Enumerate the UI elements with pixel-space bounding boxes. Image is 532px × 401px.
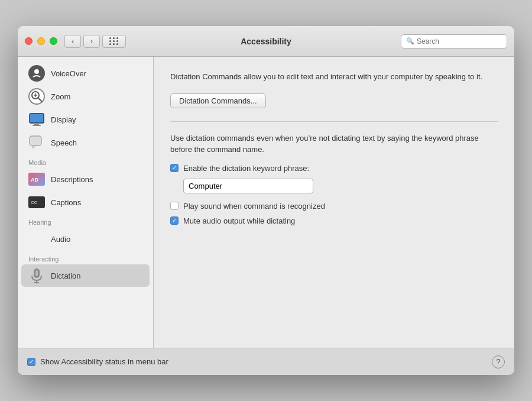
- svg-text:CC: CC: [31, 200, 38, 205]
- content-area: VoiceOver Zoom: [18, 57, 514, 348]
- keyword-input[interactable]: [183, 179, 313, 193]
- mute-audio-label: Mute audio output while dictating: [183, 216, 295, 225]
- help-button[interactable]: ?: [492, 355, 505, 368]
- svg-point-0: [34, 69, 39, 74]
- traffic-lights: [25, 37, 57, 45]
- back-button[interactable]: ‹: [64, 35, 81, 48]
- sidebar-label-captions: Captions: [51, 198, 81, 207]
- sidebar-item-speech[interactable]: Speech: [21, 131, 150, 154]
- show-status-checkbox[interactable]: ✓: [27, 358, 35, 366]
- main-window: ‹ › Accessibility 🔍: [18, 26, 514, 375]
- sidebar-label-descriptions: Descriptions: [51, 175, 93, 184]
- sidebar-item-display[interactable]: Display: [21, 108, 150, 131]
- svg-rect-8: [30, 136, 41, 145]
- sidebar-item-dictation[interactable]: Dictation: [21, 264, 150, 287]
- svg-text:AD: AD: [31, 177, 38, 183]
- mute-audio-checkbox[interactable]: ✓: [170, 216, 179, 225]
- checkmark-mute-icon: ✓: [172, 218, 177, 224]
- minimize-button[interactable]: [37, 37, 45, 45]
- sidebar-label-voiceover: VoiceOver: [51, 69, 86, 78]
- dictation-icon: [28, 267, 45, 284]
- mute-audio-row: ✓ Mute audio output while dictating: [170, 216, 498, 225]
- bottom-bar: ✓ Show Accessibility status in menu bar …: [18, 348, 514, 375]
- keyword-description: Use dictation commands even when you’re …: [170, 132, 498, 156]
- sidebar-label-zoom: Zoom: [51, 92, 70, 101]
- sidebar-section-interacting: Interacting: [18, 251, 153, 264]
- enable-keyword-label: Enable the dictation keyword phrase:: [183, 164, 309, 173]
- svg-rect-18: [35, 270, 38, 276]
- sidebar-label-speech: Speech: [51, 138, 77, 147]
- enable-keyword-row: ✓ Enable the dictation keyword phrase:: [170, 164, 498, 173]
- maximize-button[interactable]: [50, 37, 57, 45]
- sidebar-item-captions[interactable]: CC Captions: [21, 191, 150, 214]
- checkmark-status-icon: ✓: [29, 359, 34, 365]
- play-sound-row: Play sound when command is recognized: [170, 202, 498, 211]
- enable-keyword-checkbox[interactable]: ✓: [170, 164, 179, 172]
- sidebar: VoiceOver Zoom: [18, 57, 154, 348]
- sidebar-item-audio[interactable]: Audio: [21, 228, 150, 250]
- display-icon: [28, 111, 45, 128]
- forward-button[interactable]: ›: [83, 35, 100, 48]
- search-box[interactable]: 🔍: [401, 34, 507, 48]
- zoom-icon: [28, 88, 45, 105]
- sidebar-label-display: Display: [51, 115, 76, 124]
- svg-rect-7: [33, 125, 41, 126]
- svg-rect-5: [30, 114, 44, 123]
- window-title: Accessibility: [241, 37, 291, 46]
- play-sound-checkbox[interactable]: [170, 202, 179, 210]
- sidebar-label-audio: Audio: [51, 235, 70, 244]
- sidebar-section-media: Media: [18, 154, 153, 167]
- speech-icon: [28, 134, 45, 151]
- titlebar: ‹ › Accessibility 🔍: [18, 26, 514, 57]
- dictation-description: Dictation Commands allow you to edit tex…: [170, 71, 498, 83]
- show-status-label: Show Accessibility status in menu bar: [40, 357, 168, 366]
- checkmark-icon: ✓: [172, 165, 177, 171]
- captions-icon: CC: [28, 194, 45, 211]
- sidebar-section-hearing: Hearing: [18, 214, 153, 227]
- grid-dots-icon: [109, 37, 119, 45]
- show-status-row: ✓ Show Accessibility status in menu bar: [27, 357, 168, 366]
- descriptions-icon: AD: [28, 171, 45, 187]
- nav-buttons: ‹ ›: [64, 35, 100, 48]
- divider: [170, 121, 498, 122]
- svg-marker-9: [32, 145, 35, 148]
- search-input[interactable]: [417, 37, 502, 46]
- sidebar-item-descriptions[interactable]: AD Descriptions: [21, 168, 150, 190]
- main-content: Dictation Commands allow you to edit tex…: [154, 57, 514, 348]
- play-sound-label: Play sound when command is recognized: [183, 202, 325, 211]
- search-icon: 🔍: [406, 37, 414, 45]
- close-button[interactable]: [25, 37, 33, 45]
- grid-view-button[interactable]: [102, 35, 126, 48]
- sidebar-label-dictation: Dictation: [51, 271, 81, 280]
- sidebar-item-voiceover[interactable]: VoiceOver: [21, 62, 150, 85]
- dictation-commands-button[interactable]: Dictation Commands...: [170, 93, 266, 108]
- sidebar-item-zoom[interactable]: Zoom: [21, 85, 150, 108]
- voiceover-icon: [28, 65, 45, 82]
- audio-icon: [28, 231, 45, 247]
- svg-line-2: [38, 98, 42, 102]
- svg-rect-6: [34, 123, 39, 125]
